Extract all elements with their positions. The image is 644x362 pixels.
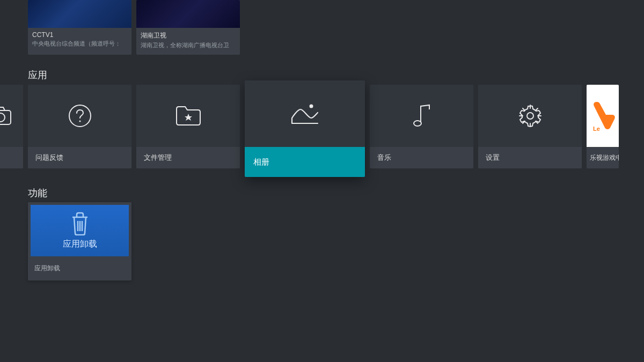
function-image: 应用卸载 xyxy=(28,202,131,259)
section-title-apps: 应用 xyxy=(28,69,47,82)
camera-icon xyxy=(0,85,23,147)
gear-icon xyxy=(478,85,582,147)
app-label: 乐视游戏中心 xyxy=(587,147,619,168)
app-label xyxy=(0,147,23,168)
le-icon: Le xyxy=(587,85,619,147)
app-label: 设置 xyxy=(478,147,582,168)
channel-info: 湖南卫视 湖南卫视，全称湖南广播电视台卫 xyxy=(136,28,240,55)
music-icon xyxy=(370,85,473,147)
function-card-uninstall[interactable]: 应用卸载 应用卸载 xyxy=(28,202,131,280)
app-label: 文件管理 xyxy=(136,147,240,168)
svg-point-6 xyxy=(527,113,533,119)
channel-desc: 中央电视台综合频道（频道呼号： xyxy=(32,40,127,48)
channel-title: CCTV1 xyxy=(32,31,127,39)
apps-row: 问题反馈 文件管理 相册 音乐 xyxy=(0,85,619,177)
app-card-music[interactable]: 音乐 xyxy=(370,85,473,168)
app-card-settings[interactable]: 设置 xyxy=(478,85,582,168)
function-image-text: 应用卸载 xyxy=(63,239,97,250)
svg-point-1 xyxy=(0,113,5,122)
app-card-files[interactable]: 文件管理 xyxy=(136,85,240,168)
function-label: 应用卸载 xyxy=(28,259,131,280)
svg-point-4 xyxy=(310,105,313,108)
channel-title: 湖南卫视 xyxy=(141,31,236,40)
svg-point-2 xyxy=(69,105,91,127)
channel-card[interactable]: CCTV1 中央电视台综合频道（频道呼号： xyxy=(28,0,131,55)
app-label: 相册 xyxy=(245,147,365,177)
app-card-camera[interactable] xyxy=(0,85,23,168)
channel-card[interactable]: 湖南卫视 湖南卫视，全称湖南广播电视台卫 xyxy=(136,0,240,55)
svg-point-3 xyxy=(79,121,80,122)
svg-text:Le: Le xyxy=(593,125,600,132)
app-card-legame[interactable]: Le 乐视游戏中心 xyxy=(587,85,619,168)
gallery-icon xyxy=(245,80,365,147)
channel-info: CCTV1 中央电视台综合频道（频道呼号： xyxy=(28,28,131,53)
trash-icon xyxy=(69,212,91,235)
app-label: 音乐 xyxy=(370,147,473,168)
question-icon xyxy=(28,85,131,147)
channel-desc: 湖南卫视，全称湖南广播电视台卫 xyxy=(141,41,236,49)
app-label: 问题反馈 xyxy=(28,147,131,168)
functions-row: 应用卸载 应用卸载 xyxy=(28,202,131,280)
channel-thumbnail xyxy=(28,0,131,28)
app-card-gallery[interactable]: 相册 xyxy=(245,80,365,177)
app-card-feedback[interactable]: 问题反馈 xyxy=(28,85,131,168)
folder-star-icon xyxy=(136,85,240,147)
channel-thumbnail xyxy=(136,0,240,28)
section-title-functions: 功能 xyxy=(28,187,47,200)
channel-row: CCTV1 中央电视台综合频道（频道呼号： 湖南卫视 湖南卫视，全称湖南广播电视… xyxy=(28,0,240,55)
svg-point-5 xyxy=(414,121,421,126)
